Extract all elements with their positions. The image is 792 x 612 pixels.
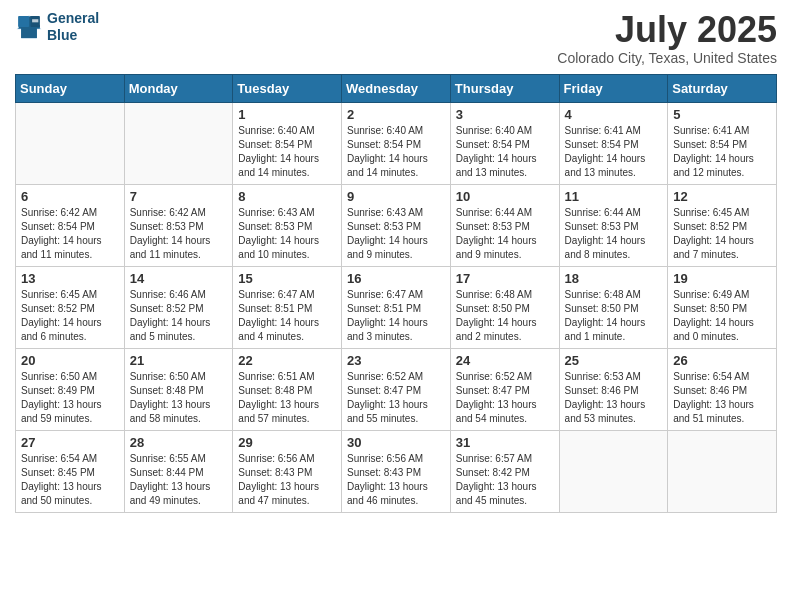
weekday-header-friday: Friday: [559, 74, 668, 102]
month-title: July 2025: [557, 10, 777, 50]
calendar-cell: 22Sunrise: 6:51 AM Sunset: 8:48 PM Dayli…: [233, 348, 342, 430]
day-number: 2: [347, 107, 445, 122]
calendar-cell: [16, 102, 125, 184]
day-info: Sunrise: 6:44 AM Sunset: 8:53 PM Dayligh…: [565, 206, 663, 262]
day-info: Sunrise: 6:50 AM Sunset: 8:49 PM Dayligh…: [21, 370, 119, 426]
day-number: 21: [130, 353, 228, 368]
day-number: 14: [130, 271, 228, 286]
day-info: Sunrise: 6:45 AM Sunset: 8:52 PM Dayligh…: [673, 206, 771, 262]
calendar-cell: 27Sunrise: 6:54 AM Sunset: 8:45 PM Dayli…: [16, 430, 125, 512]
day-number: 6: [21, 189, 119, 204]
day-number: 16: [347, 271, 445, 286]
calendar-week-3: 20Sunrise: 6:50 AM Sunset: 8:49 PM Dayli…: [16, 348, 777, 430]
day-number: 9: [347, 189, 445, 204]
calendar-cell: 24Sunrise: 6:52 AM Sunset: 8:47 PM Dayli…: [450, 348, 559, 430]
calendar-week-0: 1Sunrise: 6:40 AM Sunset: 8:54 PM Daylig…: [16, 102, 777, 184]
calendar-cell: 3Sunrise: 6:40 AM Sunset: 8:54 PM Daylig…: [450, 102, 559, 184]
calendar-cell: 19Sunrise: 6:49 AM Sunset: 8:50 PM Dayli…: [668, 266, 777, 348]
day-info: Sunrise: 6:44 AM Sunset: 8:53 PM Dayligh…: [456, 206, 554, 262]
day-number: 4: [565, 107, 663, 122]
calendar-cell: 1Sunrise: 6:40 AM Sunset: 8:54 PM Daylig…: [233, 102, 342, 184]
weekday-header-wednesday: Wednesday: [342, 74, 451, 102]
calendar-cell: 20Sunrise: 6:50 AM Sunset: 8:49 PM Dayli…: [16, 348, 125, 430]
day-number: 28: [130, 435, 228, 450]
day-number: 13: [21, 271, 119, 286]
day-number: 25: [565, 353, 663, 368]
calendar-cell: 5Sunrise: 6:41 AM Sunset: 8:54 PM Daylig…: [668, 102, 777, 184]
day-info: Sunrise: 6:46 AM Sunset: 8:52 PM Dayligh…: [130, 288, 228, 344]
page-header: General Blue July 2025 Colorado City, Te…: [15, 10, 777, 66]
day-info: Sunrise: 6:56 AM Sunset: 8:43 PM Dayligh…: [238, 452, 336, 508]
day-info: Sunrise: 6:54 AM Sunset: 8:46 PM Dayligh…: [673, 370, 771, 426]
calendar-cell: 11Sunrise: 6:44 AM Sunset: 8:53 PM Dayli…: [559, 184, 668, 266]
calendar-cell: 4Sunrise: 6:41 AM Sunset: 8:54 PM Daylig…: [559, 102, 668, 184]
day-info: Sunrise: 6:51 AM Sunset: 8:48 PM Dayligh…: [238, 370, 336, 426]
calendar-week-4: 27Sunrise: 6:54 AM Sunset: 8:45 PM Dayli…: [16, 430, 777, 512]
calendar-cell: [124, 102, 233, 184]
calendar-cell: 15Sunrise: 6:47 AM Sunset: 8:51 PM Dayli…: [233, 266, 342, 348]
calendar-cell: 16Sunrise: 6:47 AM Sunset: 8:51 PM Dayli…: [342, 266, 451, 348]
day-info: Sunrise: 6:52 AM Sunset: 8:47 PM Dayligh…: [347, 370, 445, 426]
day-number: 26: [673, 353, 771, 368]
day-number: 15: [238, 271, 336, 286]
day-info: Sunrise: 6:40 AM Sunset: 8:54 PM Dayligh…: [347, 124, 445, 180]
calendar-cell: [668, 430, 777, 512]
calendar-cell: 28Sunrise: 6:55 AM Sunset: 8:44 PM Dayli…: [124, 430, 233, 512]
day-info: Sunrise: 6:49 AM Sunset: 8:50 PM Dayligh…: [673, 288, 771, 344]
svg-rect-3: [18, 16, 29, 27]
calendar-cell: 8Sunrise: 6:43 AM Sunset: 8:53 PM Daylig…: [233, 184, 342, 266]
calendar-cell: 14Sunrise: 6:46 AM Sunset: 8:52 PM Dayli…: [124, 266, 233, 348]
day-number: 10: [456, 189, 554, 204]
logo: General Blue: [15, 10, 99, 44]
day-number: 31: [456, 435, 554, 450]
day-info: Sunrise: 6:42 AM Sunset: 8:54 PM Dayligh…: [21, 206, 119, 262]
calendar-cell: [559, 430, 668, 512]
day-info: Sunrise: 6:43 AM Sunset: 8:53 PM Dayligh…: [238, 206, 336, 262]
day-number: 29: [238, 435, 336, 450]
day-info: Sunrise: 6:48 AM Sunset: 8:50 PM Dayligh…: [565, 288, 663, 344]
weekday-header-saturday: Saturday: [668, 74, 777, 102]
day-info: Sunrise: 6:48 AM Sunset: 8:50 PM Dayligh…: [456, 288, 554, 344]
day-info: Sunrise: 6:45 AM Sunset: 8:52 PM Dayligh…: [21, 288, 119, 344]
day-info: Sunrise: 6:41 AM Sunset: 8:54 PM Dayligh…: [673, 124, 771, 180]
day-info: Sunrise: 6:53 AM Sunset: 8:46 PM Dayligh…: [565, 370, 663, 426]
calendar-cell: 13Sunrise: 6:45 AM Sunset: 8:52 PM Dayli…: [16, 266, 125, 348]
logo-icon: [15, 13, 43, 41]
calendar-week-1: 6Sunrise: 6:42 AM Sunset: 8:54 PM Daylig…: [16, 184, 777, 266]
calendar-cell: 10Sunrise: 6:44 AM Sunset: 8:53 PM Dayli…: [450, 184, 559, 266]
day-info: Sunrise: 6:47 AM Sunset: 8:51 PM Dayligh…: [238, 288, 336, 344]
day-info: Sunrise: 6:40 AM Sunset: 8:54 PM Dayligh…: [238, 124, 336, 180]
weekday-header-thursday: Thursday: [450, 74, 559, 102]
day-number: 17: [456, 271, 554, 286]
calendar-cell: 31Sunrise: 6:57 AM Sunset: 8:42 PM Dayli…: [450, 430, 559, 512]
day-info: Sunrise: 6:42 AM Sunset: 8:53 PM Dayligh…: [130, 206, 228, 262]
calendar-cell: 30Sunrise: 6:56 AM Sunset: 8:43 PM Dayli…: [342, 430, 451, 512]
day-number: 23: [347, 353, 445, 368]
day-info: Sunrise: 6:57 AM Sunset: 8:42 PM Dayligh…: [456, 452, 554, 508]
day-number: 18: [565, 271, 663, 286]
day-number: 7: [130, 189, 228, 204]
day-info: Sunrise: 6:40 AM Sunset: 8:54 PM Dayligh…: [456, 124, 554, 180]
day-info: Sunrise: 6:50 AM Sunset: 8:48 PM Dayligh…: [130, 370, 228, 426]
calendar-cell: 25Sunrise: 6:53 AM Sunset: 8:46 PM Dayli…: [559, 348, 668, 430]
calendar-cell: 21Sunrise: 6:50 AM Sunset: 8:48 PM Dayli…: [124, 348, 233, 430]
calendar-cell: 6Sunrise: 6:42 AM Sunset: 8:54 PM Daylig…: [16, 184, 125, 266]
calendar-cell: 23Sunrise: 6:52 AM Sunset: 8:47 PM Dayli…: [342, 348, 451, 430]
calendar-cell: 12Sunrise: 6:45 AM Sunset: 8:52 PM Dayli…: [668, 184, 777, 266]
calendar-cell: 17Sunrise: 6:48 AM Sunset: 8:50 PM Dayli…: [450, 266, 559, 348]
day-number: 20: [21, 353, 119, 368]
day-info: Sunrise: 6:56 AM Sunset: 8:43 PM Dayligh…: [347, 452, 445, 508]
logo-text: General Blue: [47, 10, 99, 44]
day-info: Sunrise: 6:47 AM Sunset: 8:51 PM Dayligh…: [347, 288, 445, 344]
calendar-cell: 29Sunrise: 6:56 AM Sunset: 8:43 PM Dayli…: [233, 430, 342, 512]
calendar-cell: 26Sunrise: 6:54 AM Sunset: 8:46 PM Dayli…: [668, 348, 777, 430]
day-info: Sunrise: 6:54 AM Sunset: 8:45 PM Dayligh…: [21, 452, 119, 508]
day-info: Sunrise: 6:52 AM Sunset: 8:47 PM Dayligh…: [456, 370, 554, 426]
weekday-header-monday: Monday: [124, 74, 233, 102]
day-number: 5: [673, 107, 771, 122]
location: Colorado City, Texas, United States: [557, 50, 777, 66]
calendar-header-row: SundayMondayTuesdayWednesdayThursdayFrid…: [16, 74, 777, 102]
calendar-cell: 7Sunrise: 6:42 AM Sunset: 8:53 PM Daylig…: [124, 184, 233, 266]
day-number: 8: [238, 189, 336, 204]
day-info: Sunrise: 6:55 AM Sunset: 8:44 PM Dayligh…: [130, 452, 228, 508]
